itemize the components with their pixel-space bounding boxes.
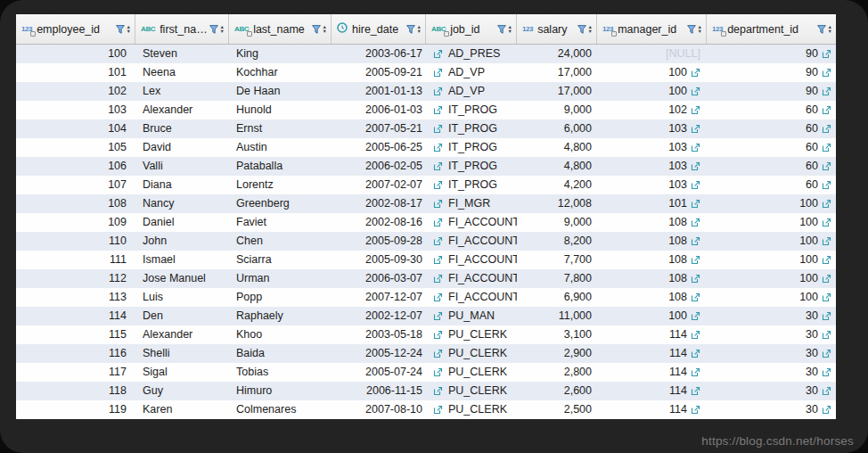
cell-last_name[interactable]: Chen bbox=[229, 232, 332, 251]
cell-job_id[interactable]: FI_ACCOUNT bbox=[426, 288, 517, 307]
cell-first_name[interactable]: David bbox=[135, 138, 229, 157]
fk-link-icon[interactable] bbox=[433, 68, 443, 78]
cell-manager_id[interactable]: 103 bbox=[597, 176, 707, 194]
filter-icon[interactable] bbox=[116, 25, 125, 34]
cell-job_id[interactable]: AD_PRES bbox=[426, 45, 517, 63]
cell-hire_date[interactable]: 2002-08-17 bbox=[332, 194, 426, 213]
fk-link-icon[interactable] bbox=[433, 143, 443, 152]
cell-department_id[interactable]: 30 bbox=[707, 325, 836, 344]
cell-hire_date[interactable]: 2007-12-07 bbox=[332, 288, 426, 307]
cell-job_id[interactable]: AD_VP bbox=[426, 63, 517, 82]
cell-first_name[interactable]: Nancy bbox=[135, 194, 229, 213]
cell-manager_id[interactable]: 103 bbox=[597, 119, 707, 138]
cell-first_name[interactable]: Neena bbox=[135, 63, 229, 82]
cell-first_name[interactable]: Guy bbox=[135, 382, 229, 400]
cell-last_name[interactable]: Colmenares bbox=[229, 400, 332, 419]
cell-department_id[interactable]: 60 bbox=[707, 138, 836, 157]
cell-last_name[interactable]: Tobias bbox=[229, 363, 332, 382]
fk-link-icon[interactable] bbox=[822, 124, 831, 134]
fk-link-icon[interactable] bbox=[433, 49, 443, 59]
cell-department_id[interactable]: 60 bbox=[707, 157, 836, 176]
fk-link-icon[interactable] bbox=[691, 349, 700, 358]
fk-link-icon[interactable] bbox=[691, 367, 700, 377]
cell-department_id[interactable]: 100 bbox=[707, 288, 836, 307]
cell-department_id[interactable]: 100 bbox=[707, 194, 836, 213]
cell-employee_id[interactable]: 106 bbox=[16, 157, 135, 176]
cell-department_id[interactable]: 30 bbox=[707, 344, 836, 363]
cell-employee_id[interactable]: 110 bbox=[16, 232, 135, 251]
cell-salary[interactable]: 17,000 bbox=[517, 63, 597, 82]
filter-icon[interactable] bbox=[209, 25, 218, 34]
cell-employee_id[interactable]: 108 bbox=[16, 194, 135, 213]
cell-job_id[interactable]: IT_PROG bbox=[426, 138, 517, 157]
fk-link-icon[interactable] bbox=[691, 274, 700, 284]
column-header-hire_date[interactable]: hire_date▲▼ bbox=[332, 14, 426, 44]
cell-hire_date[interactable]: 2005-06-25 bbox=[332, 138, 426, 157]
cell-job_id[interactable]: AD_VP bbox=[426, 82, 517, 101]
cell-job_id[interactable]: PU_CLERK bbox=[426, 382, 517, 400]
fk-link-icon[interactable] bbox=[822, 180, 831, 190]
cell-first_name[interactable]: Alexander bbox=[135, 101, 229, 119]
cell-hire_date[interactable]: 2005-07-24 bbox=[332, 363, 426, 382]
cell-last_name[interactable]: Faviet bbox=[229, 213, 332, 232]
cell-employee_id[interactable]: 113 bbox=[16, 288, 135, 307]
fk-link-icon[interactable] bbox=[822, 292, 831, 302]
cell-first_name[interactable]: John bbox=[135, 232, 229, 251]
cell-job_id[interactable]: PU_CLERK bbox=[426, 325, 517, 344]
cell-last_name[interactable]: Kochhar bbox=[229, 63, 332, 82]
fk-link-icon[interactable] bbox=[433, 161, 443, 171]
cell-manager_id[interactable]: 101 bbox=[597, 194, 707, 213]
cell-salary[interactable]: 4,800 bbox=[517, 138, 597, 157]
cell-first_name[interactable]: Daniel bbox=[135, 213, 229, 232]
fk-link-icon[interactable] bbox=[433, 330, 443, 340]
column-header-manager_id[interactable]: 123manager_id▲▼ bbox=[597, 14, 707, 44]
cell-salary[interactable]: 2,500 bbox=[517, 400, 597, 419]
cell-salary[interactable]: 4,200 bbox=[517, 176, 597, 194]
cell-last_name[interactable]: Urman bbox=[229, 269, 332, 288]
cell-hire_date[interactable]: 2006-11-15 bbox=[332, 382, 426, 400]
fk-link-icon[interactable] bbox=[822, 68, 831, 78]
cell-hire_date[interactable]: 2003-05-18 bbox=[332, 325, 426, 344]
fk-link-icon[interactable] bbox=[691, 292, 700, 302]
sort-icon[interactable]: ▲▼ bbox=[588, 25, 593, 34]
cell-employee_id[interactable]: 118 bbox=[16, 382, 135, 400]
cell-hire_date[interactable]: 2006-01-03 bbox=[332, 101, 426, 119]
cell-manager_id[interactable]: 114 bbox=[597, 363, 707, 382]
cell-employee_id[interactable]: 119 bbox=[16, 400, 135, 419]
cell-hire_date[interactable]: 2005-12-24 bbox=[332, 344, 426, 363]
cell-last_name[interactable]: De Haan bbox=[229, 82, 332, 101]
fk-link-icon[interactable] bbox=[691, 311, 700, 321]
fk-link-icon[interactable] bbox=[433, 199, 443, 209]
column-header-last_name[interactable]: ABClast_name▲▼ bbox=[229, 14, 332, 44]
cell-employee_id[interactable]: 100 bbox=[16, 45, 135, 63]
cell-manager_id[interactable]: 108 bbox=[597, 213, 707, 232]
cell-salary[interactable]: 11,000 bbox=[517, 307, 597, 325]
cell-employee_id[interactable]: 101 bbox=[16, 63, 135, 82]
fk-link-icon[interactable] bbox=[691, 105, 700, 115]
cell-employee_id[interactable]: 112 bbox=[16, 269, 135, 288]
fk-link-icon[interactable] bbox=[433, 105, 443, 115]
cell-department_id[interactable]: 60 bbox=[707, 176, 836, 194]
cell-first_name[interactable]: Luis bbox=[135, 288, 229, 307]
fk-link-icon[interactable] bbox=[433, 367, 443, 377]
cell-hire_date[interactable]: 2005-09-30 bbox=[332, 251, 426, 269]
cell-first_name[interactable]: Shelli bbox=[135, 344, 229, 363]
fk-link-icon[interactable] bbox=[433, 255, 443, 265]
sort-icon[interactable]: ▲▼ bbox=[417, 25, 422, 34]
cell-salary[interactable]: 2,800 bbox=[517, 363, 597, 382]
fk-link-icon[interactable] bbox=[822, 218, 831, 227]
cell-job_id[interactable]: FI_ACCOUNT bbox=[426, 251, 517, 269]
cell-job_id[interactable]: FI_ACCOUNT bbox=[426, 232, 517, 251]
cell-last_name[interactable]: Khoo bbox=[229, 325, 332, 344]
cell-manager_id[interactable]: 103 bbox=[597, 157, 707, 176]
cell-hire_date[interactable]: 2002-12-07 bbox=[332, 307, 426, 325]
cell-employee_id[interactable]: 109 bbox=[16, 213, 135, 232]
cell-first_name[interactable]: Den bbox=[135, 307, 229, 325]
cell-first_name[interactable]: Sigal bbox=[135, 363, 229, 382]
cell-salary[interactable]: 2,600 bbox=[517, 382, 597, 400]
cell-manager_id[interactable]: 108 bbox=[597, 232, 707, 251]
filter-icon[interactable] bbox=[577, 25, 586, 34]
cell-salary[interactable]: 7,800 bbox=[517, 269, 597, 288]
fk-link-icon[interactable] bbox=[433, 386, 443, 396]
fk-link-icon[interactable] bbox=[822, 199, 831, 209]
